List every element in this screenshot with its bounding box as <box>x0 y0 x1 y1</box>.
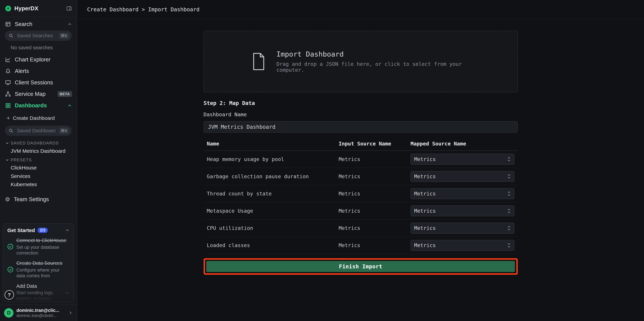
create-dashboard-button[interactable]: + Create Dashboard <box>0 113 77 123</box>
chart-icon <box>5 56 11 63</box>
logo-text: HyperDX <box>14 5 38 12</box>
group-label-text: PRESETS <box>11 158 32 162</box>
sidebar-item-chart-explorer[interactable]: Chart Explorer <box>0 54 77 65</box>
sidebar-preset-services[interactable]: Services <box>0 172 77 180</box>
saved-dashboards-group[interactable]: SAVED DASHBOARDS <box>0 138 77 147</box>
sidebar-collapse-icon[interactable] <box>66 5 72 11</box>
sidebar-dashboard-jvm-metrics[interactable]: JVM Metrics Dashboard <box>0 147 77 155</box>
sidebar-item-client-sessions[interactable]: Client Sessions <box>0 77 77 88</box>
nav-label: Service Map <box>15 91 46 97</box>
beta-badge: BETA <box>58 91 72 97</box>
sidebar-item-dashboards[interactable]: Dashboards <box>0 100 77 111</box>
mapped-source-select[interactable]: Metrics <box>410 188 514 199</box>
create-dashboard-label: Create Dashboard <box>13 115 55 121</box>
user-name: dominic.tran@clic... <box>16 308 66 313</box>
user-menu[interactable]: D dominic.tran@clic... dominic.tran@clic… <box>0 305 77 321</box>
table-row: Loaded classes Metrics Metrics <box>204 237 518 254</box>
table-header-row: Name Input Source Name Mapped Source Nam… <box>204 138 518 151</box>
help-button[interactable]: ? <box>4 290 14 300</box>
select-value: Metrics <box>414 225 436 231</box>
progress-badge: 2/3 <box>38 228 48 233</box>
magnifier-icon <box>8 33 14 38</box>
no-saved-searches-text: No saved searches <box>0 43 77 54</box>
search-section-label: Search <box>15 21 32 27</box>
saved-dashboards-input[interactable] <box>16 128 56 134</box>
task-connect-clickhouse[interactable]: Connect to ClickHouse Set up your databa… <box>7 237 70 256</box>
sidebar-item-team-settings[interactable]: ⚙ Team Settings <box>0 194 77 205</box>
step-label: Step 2: Map Data <box>204 100 518 106</box>
avatar: D <box>4 308 14 318</box>
presets-group[interactable]: PRESETS <box>0 155 77 164</box>
file-icon <box>252 52 266 70</box>
task-title: Add Data <box>16 283 62 289</box>
breadcrumb[interactable]: Create Dashboard > Import Dashboard <box>87 6 200 12</box>
task-desc: Start sending logs, metrics, or traces <box>16 290 62 302</box>
chart-name-cell: Loaded classes <box>204 242 335 248</box>
task-create-data-sources[interactable]: Create Data Sources Configure where your… <box>7 260 70 279</box>
finish-import-button[interactable]: Finish Import <box>206 261 515 272</box>
mapped-source-cell: Metrics <box>407 154 518 165</box>
chevron-up-icon <box>68 103 72 108</box>
mapped-source-select[interactable]: Metrics <box>410 154 514 165</box>
mapped-source-cell: Metrics <box>407 205 518 217</box>
select-value: Metrics <box>414 242 436 248</box>
task-title: Connect to ClickHouse <box>16 237 70 243</box>
nav-label: Team Settings <box>14 196 49 203</box>
get-started-header[interactable]: Get Started 2/3 <box>7 227 70 233</box>
mapped-source-cell: Metrics <box>407 188 518 199</box>
nav-label: Chart Explorer <box>15 56 51 63</box>
table-row: CPU utilization Metrics Metrics <box>204 220 518 237</box>
sidebar-preset-kubernetes[interactable]: Kubernetes <box>0 180 77 189</box>
task-title: Create Data Sources <box>16 260 70 266</box>
get-started-card: Get Started 2/3 Connect to ClickHouse Se… <box>3 223 74 302</box>
mapped-source-select[interactable]: Metrics <box>410 223 514 234</box>
sidebar-item-search[interactable]: Search <box>0 17 77 30</box>
main-panel: Create Dashboard > Import Dashboard Impo… <box>77 0 644 321</box>
updown-chevrons-icon <box>507 243 511 248</box>
search-section-icon <box>5 21 11 27</box>
logo-row: HyperDX <box>0 0 77 17</box>
arrow-right-icon: → <box>65 290 70 295</box>
column-header-input-source: Input Source Name <box>339 141 410 147</box>
sidebar-item-service-map[interactable]: Service Map BETA <box>0 88 77 100</box>
saved-searches-input[interactable] <box>16 32 56 39</box>
hyperdx-logo-icon <box>5 5 12 12</box>
mapped-source-select[interactable]: Metrics <box>410 240 514 251</box>
input-source-cell: Metrics <box>335 191 407 197</box>
task-desc: Configure where your data comes from <box>16 267 70 279</box>
sidebar-item-alerts[interactable]: Alerts <box>0 65 77 77</box>
input-source-cell: Metrics <box>335 208 407 214</box>
updown-chevrons-icon <box>507 225 511 231</box>
mapped-source-select[interactable]: Metrics <box>410 171 514 182</box>
select-value: Metrics <box>414 191 436 197</box>
sidebar-preset-clickhouse[interactable]: ClickHouse <box>0 164 77 172</box>
input-source-cell: Metrics <box>335 174 407 179</box>
hyperdx-logo[interactable]: HyperDX <box>5 5 38 12</box>
task-desc: Set up your database connection <box>16 244 70 256</box>
mapped-source-select[interactable]: Metrics <box>410 205 514 217</box>
chart-name-cell: CPU utilization <box>204 225 335 231</box>
app-window: HyperDX Search ⌘K No saved searches <box>0 0 644 321</box>
mapped-source-cell: Metrics <box>407 171 518 182</box>
user-meta: dominic.tran@clic... dominic.tran@clickh… <box>16 308 66 318</box>
group-label-text: SAVED DASHBOARDS <box>11 141 59 145</box>
task-add-data[interactable]: Add Data Start sending logs, metrics, or… <box>7 283 70 302</box>
shortcut-badge: ⌘K <box>59 33 69 39</box>
chevron-up-icon <box>65 228 70 233</box>
shortcut-badge: ⌘K <box>59 128 69 134</box>
import-dropzone[interactable]: Import Dashboard Drag and drop a JSON fi… <box>204 31 518 92</box>
sidebar: HyperDX Search ⌘K No saved searches <box>0 0 77 321</box>
chart-name-cell: Thread count by state <box>204 191 335 197</box>
column-header-name: Name <box>207 141 338 147</box>
gear-icon: ⚙ <box>5 196 10 203</box>
user-email: dominic.tran@clickh... <box>16 313 66 318</box>
column-header-mapped-source: Mapped Source Name <box>410 141 514 147</box>
dashboard-name-label: Dashboard Name <box>204 112 518 117</box>
updown-chevrons-icon <box>507 156 511 162</box>
dashboard-name-input[interactable] <box>204 121 518 133</box>
check-circle-icon <box>7 237 13 256</box>
table-row: Heap memory usage by pool Metrics Metric… <box>204 151 518 168</box>
plus-icon: + <box>6 115 10 121</box>
input-source-cell: Metrics <box>335 225 407 231</box>
table-row: Garbage collection pause duration Metric… <box>204 168 518 185</box>
